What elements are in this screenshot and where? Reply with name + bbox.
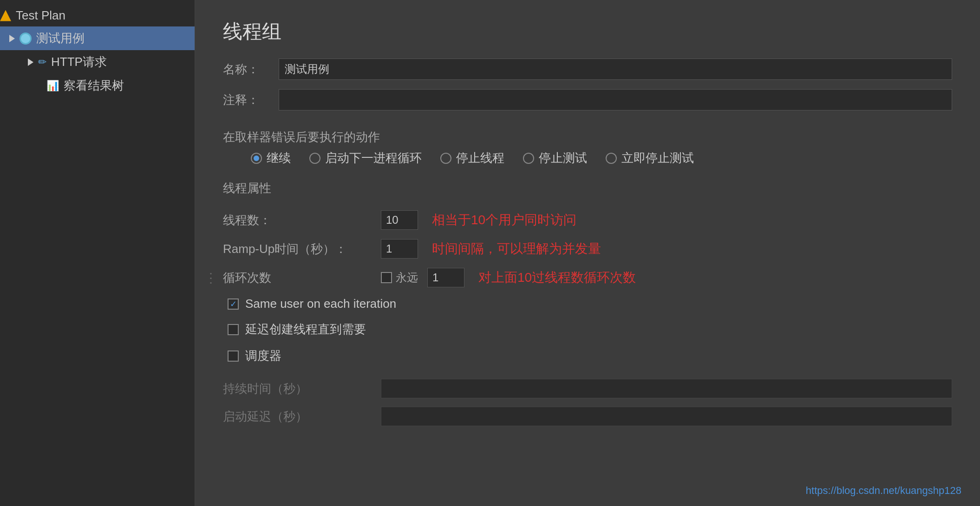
rampup-label: Ramp-Up时间（秒）： [223,241,381,257]
sidebar-item-label: 察看结果树 [64,78,124,94]
comment-input[interactable] [279,89,952,110]
forever-checkbox[interactable] [381,272,392,283]
threads-annotation: 相当于10个用户同时访问 [432,211,576,229]
watermark: https://blog.csdn.net/kuangshp128 [806,485,961,497]
loop-label: 循环次数 [223,270,381,286]
duration-label: 持续时间（秒） [223,381,381,397]
radio-continue[interactable]: 继续 [251,150,291,166]
loop-row: ⋮ 循环次数 永远 对上面10过线程数循环次数 [223,268,952,287]
threads-label: 线程数： [223,212,381,228]
startup-delay-label: 启动延迟（秒） [223,409,381,425]
drag-handle: ⋮ [204,270,217,285]
chart-icon: 📊 [46,80,59,92]
thread-props-label: 线程属性 [223,180,952,196]
sidebar-item-test-plan[interactable]: Test Plan [0,5,195,26]
delay-create-row: 延迟创建线程直到需要 [228,321,952,337]
radio-label-next-loop: 启动下一进程循环 [325,150,422,166]
delay-create-checkbox[interactable] [228,324,239,335]
sidebar-item-http-request[interactable]: ✏ HTTP请求 [0,50,195,74]
scheduler-label: 调度器 [245,348,281,364]
loop-annotation: 对上面10过线程数循环次数 [478,269,636,286]
scheduler-checkbox[interactable] [228,350,239,362]
sidebar-item-label: Test Plan [16,8,65,23]
name-label: 名称： [223,61,269,78]
threads-row: 线程数： 相当于10个用户同时访问 [223,210,952,230]
radio-circle-continue [251,153,262,164]
rampup-input[interactable] [381,239,418,259]
radio-label-continue: 继续 [267,150,291,166]
rampup-row: Ramp-Up时间（秒）： 时间间隔，可以理解为并发量 [223,239,952,259]
delay-create-label: 延迟创建线程直到需要 [245,321,366,337]
radio-circle-next-loop [309,153,320,164]
same-user-label: Same user on each iteration [245,297,396,311]
startup-delay-row: 启动延迟（秒） [223,407,952,426]
name-row: 名称： [223,58,952,80]
gear-icon [20,32,32,45]
radio-circle-stop-thread [440,153,451,164]
sidebar-item-thread-group[interactable]: 测试用例 [0,26,195,50]
radio-next-loop[interactable]: 启动下一进程循环 [309,150,422,166]
radio-circle-stop-test-now [606,153,617,164]
testplan-icon [0,10,11,21]
same-user-row: Same user on each iteration [228,297,952,311]
main-content: 线程组 名称： 注释： 在取样器错误后要执行的动作 继续 启动下一进程循环 停止… [195,0,980,506]
pencil-icon: ✏ [38,56,46,68]
forever-group: 永远 [381,270,418,285]
sidebar: Test Plan 测试用例 ✏ HTTP请求 📊 察看结果树 [0,0,195,506]
radio-stop-test[interactable]: 停止测试 [523,150,587,166]
scheduler-row: 调度器 [228,348,952,364]
sidebar-item-label: 测试用例 [36,30,85,46]
forever-label: 永远 [396,270,418,285]
startup-delay-input[interactable] [381,407,952,426]
radio-label-stop-test: 停止测试 [539,150,587,166]
radio-stop-test-now[interactable]: 立即停止测试 [606,150,694,166]
action-label: 在取样器错误后要执行的动作 [223,129,952,145]
name-input[interactable] [279,58,952,80]
radio-stop-thread[interactable]: 停止线程 [440,150,504,166]
sidebar-item-label: HTTP请求 [51,54,107,70]
duration-section: 持续时间（秒） 启动延迟（秒） [223,379,952,435]
threads-input[interactable] [381,210,418,230]
radio-label-stop-test-now: 立即停止测试 [621,150,694,166]
same-user-checkbox[interactable] [228,298,239,310]
rampup-annotation: 时间间隔，可以理解为并发量 [432,240,601,258]
radio-circle-stop-test [523,153,534,164]
expand-icon [28,58,33,66]
radio-group: 继续 启动下一进程循环 停止线程 停止测试 立即停止测试 [251,150,952,166]
duration-row: 持续时间（秒） [223,379,952,398]
expand-icon [9,35,15,42]
thread-props-section: 线程数： 相当于10个用户同时访问 Ramp-Up时间（秒）： 时间间隔，可以理… [223,210,952,297]
comment-label: 注释： [223,92,269,108]
section-title: 线程组 [223,19,952,45]
duration-input[interactable] [381,379,952,398]
loop-input[interactable] [427,268,464,287]
radio-label-stop-thread: 停止线程 [456,150,504,166]
comment-row: 注释： [223,89,952,110]
sidebar-item-result-tree[interactable]: 📊 察看结果树 [0,74,195,97]
